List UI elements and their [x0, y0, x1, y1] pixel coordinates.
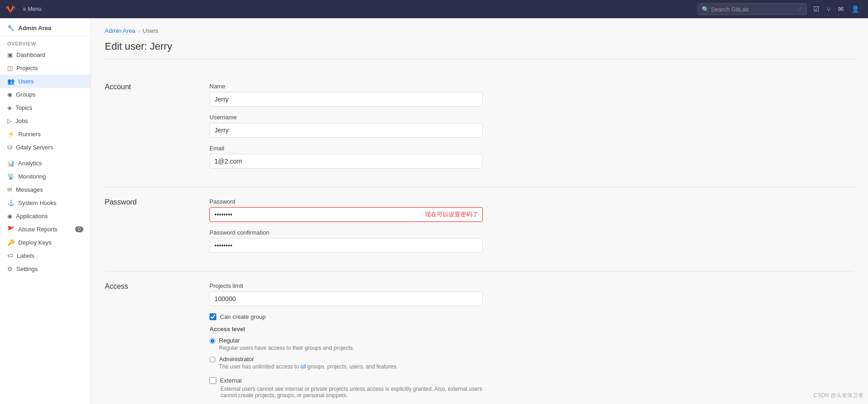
brand	[5, 4, 15, 14]
sidebar-item-dashboard[interactable]: ▣ Dashboard	[0, 48, 91, 61]
sidebar-item-label: Groups	[16, 91, 36, 98]
search-input[interactable]	[711, 6, 797, 13]
password-field-group: Password 现在可以设置密码了	[209, 198, 483, 222]
sidebar-item-label: System Hooks	[18, 199, 56, 206]
sidebar-item-labels[interactable]: 🏷 Labels	[0, 249, 91, 262]
external-checkbox[interactable]	[209, 377, 216, 384]
todo-icon: ☑	[813, 5, 819, 13]
email-input[interactable]	[209, 154, 483, 169]
settings-icon: ⚙	[7, 266, 13, 272]
can-create-group-checkbox[interactable]	[209, 313, 216, 320]
password-confirmation-input[interactable]	[209, 238, 483, 253]
password-confirmation-group: Password confirmation	[209, 229, 483, 253]
sidebar-admin-header: 🔧 Admin Area	[0, 18, 91, 36]
sidebar-item-label: Abuse Reports	[18, 226, 57, 233]
messages-icon: ✉	[7, 186, 12, 193]
navbar-right: ☑ ⑂ ✉ 👤	[811, 3, 863, 15]
page-title: Edit user: Jerry	[105, 41, 854, 59]
sidebar-item-groups[interactable]: ◉ Groups	[0, 88, 91, 101]
password-input[interactable]	[209, 207, 483, 222]
sidebar-item-settings[interactable]: ⚙ Settings	[0, 262, 91, 276]
todo-button[interactable]: ☑	[811, 3, 822, 15]
sidebar-item-abuse-reports[interactable]: 🚩 Abuse Reports 0	[0, 223, 91, 236]
sidebar-item-jobs[interactable]: ▷ Jobs	[0, 114, 91, 128]
monitoring-icon: 📡	[7, 173, 15, 180]
sidebar-item-projects[interactable]: ◫ Projects	[0, 61, 91, 75]
access-section: Access Projects limit Can create group A…	[105, 271, 854, 404]
sidebar-item-applications[interactable]: ◉ Applications	[0, 210, 91, 223]
sidebar-item-users[interactable]: 👥 Users	[0, 75, 91, 88]
slash-icon: /	[799, 6, 801, 13]
sidebar-item-monitoring[interactable]: 📡 Monitoring	[0, 170, 91, 183]
abuse-reports-badge: 0	[75, 226, 83, 232]
sidebar-item-label: Jobs	[15, 118, 28, 124]
sidebar-item-label: Projects	[16, 65, 38, 72]
sidebar-item-label: Runners	[18, 131, 41, 138]
admin-label: Admin Area	[18, 25, 51, 31]
sidebar: 🔧 Admin Area Overview ▣ Dashboard ◫ Proj…	[0, 18, 91, 404]
password-section-label: Password	[105, 198, 196, 260]
regular-desc: Regular users have access to their group…	[219, 345, 354, 351]
system-hooks-icon: ⚓	[7, 199, 15, 206]
name-label: Name	[209, 83, 483, 90]
access-level-label: Access level	[209, 326, 483, 332]
sidebar-item-runners[interactable]: ⚡ Runners	[0, 128, 91, 141]
sidebar-item-label: Monitoring	[18, 173, 46, 180]
admin-icon: 🔧	[7, 25, 15, 31]
regular-label: Regular	[219, 337, 354, 344]
email-field-group: Email	[209, 145, 483, 169]
merge-request-icon: ⑂	[827, 5, 831, 13]
administrator-radio[interactable]	[209, 357, 215, 363]
sidebar-item-topics[interactable]: ◈ Topics	[0, 101, 91, 114]
issue-button[interactable]: ✉	[835, 3, 847, 15]
password-section: Password Password 现在可以设置密码了 Password con…	[105, 187, 854, 271]
projects-limit-input[interactable]	[209, 291, 483, 306]
runners-icon: ⚡	[7, 131, 15, 138]
sidebar-item-deploy-keys[interactable]: 🔑 Deploy Keys	[0, 236, 91, 249]
breadcrumb-users: Users	[143, 27, 158, 34]
profile-button[interactable]: 👤	[848, 3, 863, 15]
projects-limit-label: Projects limit	[209, 282, 483, 289]
name-input[interactable]	[209, 92, 483, 107]
overview-section-header: Overview	[0, 36, 91, 48]
sidebar-item-analytics[interactable]: 📊 Analytics	[0, 157, 91, 170]
administrator-desc: The user has unlimited access to all gro…	[219, 363, 398, 370]
external-desc: External users cannot see internal or pr…	[209, 386, 483, 399]
email-label: Email	[209, 145, 483, 152]
main-content: Admin Area › Users Edit user: Jerry Acco…	[91, 18, 868, 404]
gitaly-icon: ⛁	[7, 144, 12, 151]
projects-icon: ◫	[7, 65, 13, 72]
password-wrapper: 现在可以设置密码了	[209, 207, 483, 222]
breadcrumb-admin[interactable]: Admin Area	[105, 27, 135, 34]
search-bar[interactable]: 🔍 /	[698, 3, 807, 15]
regular-radio[interactable]	[209, 338, 215, 344]
hamburger-icon: ≡	[23, 6, 26, 12]
password-label: Password	[209, 198, 483, 205]
sidebar-item-label: Settings	[16, 266, 38, 272]
top-navbar: ≡ Menu 🔍 / ☑ ⑂ ✉ 👤	[0, 0, 868, 18]
administrator-content: Administrator The user has unlimited acc…	[219, 356, 398, 370]
administrator-label: Administrator	[219, 356, 398, 363]
sidebar-item-label: Applications	[16, 213, 48, 220]
external-label: External	[220, 377, 242, 384]
merge-request-button[interactable]: ⑂	[824, 4, 833, 15]
breadcrumb: Admin Area › Users	[105, 27, 854, 34]
sidebar-item-messages[interactable]: ✉ Messages	[0, 183, 91, 196]
all-link[interactable]: all	[301, 363, 306, 370]
sidebar-item-system-hooks[interactable]: ⚓ System Hooks	[0, 196, 91, 210]
sidebar-item-label: Labels	[17, 252, 34, 259]
sidebar-item-label: Analytics	[18, 160, 42, 167]
analytics-icon: 📊	[7, 160, 15, 167]
groups-icon: ◉	[7, 91, 12, 98]
regular-option: Regular Regular users have access to the…	[209, 337, 483, 351]
breadcrumb-separator: ›	[138, 27, 140, 34]
sidebar-item-label: Gitaly Servers	[16, 144, 53, 151]
username-input[interactable]	[209, 123, 483, 138]
applications-icon: ◉	[7, 213, 12, 220]
menu-button[interactable]: ≡ Menu	[23, 6, 41, 12]
sidebar-item-gitaly-servers[interactable]: ⛁ Gitaly Servers	[0, 141, 91, 154]
access-level-radio-group: Regular Regular users have access to the…	[209, 337, 483, 370]
projects-limit-group: Projects limit	[209, 282, 483, 306]
menu-label: Menu	[28, 6, 41, 12]
account-section-label: Account	[105, 83, 196, 176]
